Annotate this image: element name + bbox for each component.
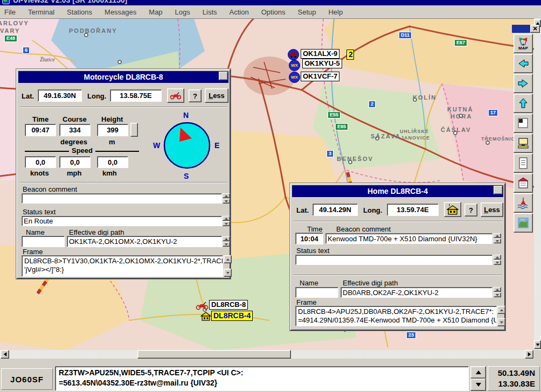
zoom-window-button[interactable]: [514, 114, 533, 133]
speed-kmh-field[interactable]: [97, 156, 128, 168]
beacon-comment-spinner[interactable]: [494, 233, 501, 244]
station-icon-house[interactable]: [200, 312, 211, 323]
station-icon-mobile[interactable]: [288, 49, 299, 60]
lat-field[interactable]: [38, 89, 82, 102]
frame-scroll-up[interactable]: [497, 306, 505, 314]
speed-mph-field[interactable]: [59, 156, 91, 168]
map-button[interactable]: MAP: [514, 34, 533, 53]
compass-north-label: N: [183, 111, 189, 120]
horizontal-scroll-thumb[interactable]: [137, 350, 291, 359]
stations-list-button[interactable]: [514, 153, 533, 173]
monitor-box[interactable]: RZ3TW>APU25N,WIDE5-5,TRACE7-7,TCPIP <UI …: [55, 366, 469, 391]
wx-icon: WX: [291, 75, 298, 80]
time-field[interactable]: [295, 233, 323, 244]
world-map-button[interactable]: [514, 213, 533, 233]
digi-path-field[interactable]: [67, 236, 222, 247]
motorcycle-dialog-titlebar[interactable]: Motorcycle DL8RCB-8: [18, 71, 228, 83]
pan-left-button[interactable]: [514, 54, 533, 73]
road-shield: 6: [23, 47, 30, 54]
menu-help[interactable]: Help: [328, 8, 343, 16]
station-icon-wx[interactable]: WX: [289, 60, 300, 71]
menu-setup[interactable]: Setup: [298, 8, 316, 16]
home-dialog-minimize-button[interactable]: [494, 186, 503, 194]
divider: [293, 275, 502, 276]
menu-lists[interactable]: Lists: [203, 8, 217, 16]
long-field[interactable]: [110, 89, 162, 102]
frame-box[interactable]: DL8RCB-4>APU25J,DB0ARB,OK2AF-2,OK1KYU-2,…: [295, 306, 497, 326]
scroll-down-button[interactable]: [534, 340, 541, 349]
terminal-button[interactable]: [514, 134, 533, 153]
window-titlebar: UI-View32 V2.03 [SR 1000x1150]: [0, 0, 541, 5]
frame-scroll-down[interactable]: [497, 318, 505, 326]
status-text-field[interactable]: [295, 255, 493, 265]
kmh-label: kmh: [102, 169, 117, 177]
height-field[interactable]: [97, 124, 128, 136]
menu-options[interactable]: Options: [261, 8, 286, 16]
house-icon: [200, 312, 211, 321]
menu-messages[interactable]: Messages: [105, 8, 136, 16]
menu-map[interactable]: Map: [149, 8, 162, 16]
lat-field[interactable]: [313, 204, 358, 216]
long-field[interactable]: [387, 204, 439, 216]
menu-logs[interactable]: Logs: [175, 8, 190, 16]
toolbar-titlebar[interactable]: [512, 25, 530, 33]
locator-panel: JO60SF: [1, 368, 53, 390]
zoom-window-icon: [517, 117, 530, 130]
log-notepad-button[interactable]: [514, 173, 533, 193]
status-text-field[interactable]: [22, 216, 222, 226]
symbol-button[interactable]: [444, 202, 461, 217]
home-dialog-titlebar[interactable]: Home DL8RCB-4: [292, 185, 503, 197]
status-text-spinner[interactable]: [494, 255, 501, 265]
station-icon-motorcycle[interactable]: [195, 301, 209, 312]
place-label: PODBOŘANY: [69, 27, 117, 34]
monitor-scroll-down[interactable]: [470, 379, 486, 391]
monitor-line2: =5613.45N\04352.30E-rz3tw@mail.ru {UIV32…: [59, 378, 465, 388]
time-field[interactable]: [25, 124, 56, 136]
station-label-selected[interactable]: DL8RCB-4: [211, 311, 253, 321]
station-label[interactable]: OK1KYU-5: [302, 59, 342, 68]
menu-stations[interactable]: Stations: [67, 8, 92, 16]
less-button[interactable]: Less: [205, 88, 228, 103]
frame-scroll-down[interactable]: [224, 269, 232, 277]
frame-label: Frame: [296, 298, 317, 306]
toolbar-close-button[interactable]: ✕: [530, 25, 540, 33]
digi-path-field[interactable]: [341, 287, 493, 298]
frame-line2: =4914.29N/01359.74E-Kenwood TMD-700e + X…: [298, 316, 494, 325]
help-button[interactable]: ?: [189, 89, 202, 102]
object-editor-button[interactable]: [514, 193, 533, 213]
name-field[interactable]: [22, 236, 65, 247]
frame-scroll-up[interactable]: [224, 255, 232, 263]
road-shield: E55: [328, 111, 341, 118]
symbol-button[interactable]: [167, 88, 184, 103]
menu-terminal[interactable]: Terminal: [28, 8, 54, 16]
beacon-comment-field[interactable]: [325, 233, 493, 244]
help-button[interactable]: ?: [464, 204, 477, 216]
pan-right-button[interactable]: [514, 74, 533, 93]
pan-up-button[interactable]: [514, 94, 533, 113]
station-label-partial[interactable]: 2: [346, 50, 354, 60]
speed-knots-field[interactable]: [25, 156, 56, 168]
height-unit-button[interactable]: [130, 123, 138, 137]
station-icon-wx[interactable]: WX: [289, 72, 300, 83]
station-label[interactable]: DL8RCB-8: [209, 300, 248, 310]
digi-path-spinner[interactable]: [223, 236, 230, 247]
motorcycle-dialog-minimize-button[interactable]: [219, 72, 228, 80]
beacon-comment-field[interactable]: [22, 193, 222, 204]
scroll-right-button[interactable]: [525, 350, 533, 359]
station-label[interactable]: OK1VCF-7: [301, 72, 339, 81]
digi-path-spinner[interactable]: [494, 287, 501, 298]
frame-box[interactable]: DL8RCB-8>TY1V30,OK1KTA-2,OK1OMX-2,OK1KYU…: [22, 255, 223, 277]
menu-action[interactable]: Action: [230, 8, 249, 16]
scroll-left-button[interactable]: [1, 350, 9, 359]
monitor-scroll-up[interactable]: [470, 366, 486, 379]
toolbar-window: ✕ MAP: [511, 24, 541, 237]
beacon-comment-spinner[interactable]: [223, 193, 230, 204]
road-shield: E67: [454, 39, 467, 46]
locator-value: JO60SF: [10, 375, 44, 384]
station-label[interactable]: OK1ALX-9: [301, 49, 339, 59]
status-text-spinner[interactable]: [223, 216, 230, 227]
menu-file[interactable]: File: [4, 8, 16, 16]
less-button[interactable]: Less: [481, 202, 503, 217]
name-field[interactable]: [295, 287, 338, 298]
course-field[interactable]: [59, 124, 91, 136]
